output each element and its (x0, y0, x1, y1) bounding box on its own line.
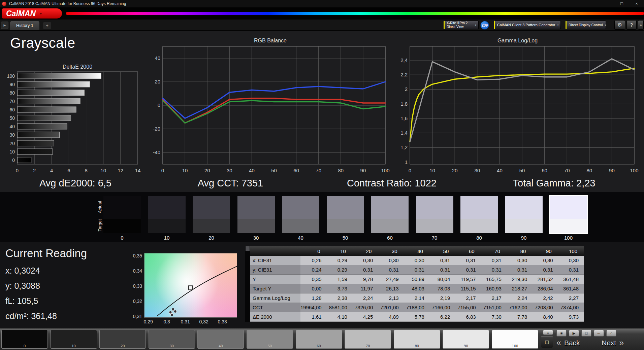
maximize-button[interactable]: □ (614, 0, 629, 7)
pattern-patch-60[interactable]: 60 (296, 330, 342, 349)
table-cell: 361,48 (558, 275, 584, 284)
cie-chart-overlay (144, 253, 237, 317)
table-cell: 7151,00 (481, 303, 507, 312)
cie-x-tick: 0,32 (197, 319, 211, 324)
pattern-bar: 0102030405060708090100 ▲ □ ■▶□∞○ « Back … (0, 328, 644, 350)
close-button[interactable]: × (629, 0, 644, 7)
swatch-actual-color (550, 196, 587, 219)
measured-point-marker (169, 311, 172, 314)
add-tab-button[interactable]: + (43, 22, 51, 29)
svg-text:2: 2 (405, 86, 408, 92)
pattern-generator-dropdown[interactable]: CalMAN Client 3 Pattern Generator ▾ (494, 21, 561, 29)
pattern-patch-70[interactable]: 70 (345, 330, 391, 349)
pattern-patch-40[interactable]: 40 (197, 330, 244, 349)
svg-text:50: 50 (9, 115, 15, 121)
pattern-window-button[interactable]: □ (541, 336, 553, 348)
cie-chart-panel: 0,350,340,330,320,310,290,30,310,320,33 (127, 249, 238, 328)
table-column-header: 100 (558, 246, 584, 256)
table-cell: 7326,00 (353, 303, 378, 312)
svg-text:30: 30 (474, 168, 480, 172)
pattern-patch-100[interactable]: 100 (492, 330, 538, 349)
pattern-patch-90[interactable]: 90 (443, 330, 489, 349)
meter-status-badge[interactable]: 239 (480, 21, 489, 30)
table-cell: 9,78 (353, 275, 378, 284)
deltae-bar-60 (18, 107, 76, 112)
table-cell: 2,27 (558, 293, 584, 303)
tab-scroll-button[interactable]: ▶ (1, 22, 8, 29)
table-cell: 80,04 (430, 275, 455, 284)
tab-history-1[interactable]: History 1 (10, 21, 39, 30)
pattern-window-icon[interactable]: □ (581, 330, 591, 337)
svg-text:-40: -40 (153, 149, 160, 155)
swatch-band (0, 192, 644, 242)
gray-swatch-80 (460, 196, 498, 233)
svg-text:40: 40 (249, 168, 255, 172)
table-scroll-thumb[interactable] (246, 246, 250, 251)
chevron-down-icon: ▾ (473, 24, 476, 27)
pattern-patch-80[interactable]: 80 (394, 330, 440, 349)
svg-text:90: 90 (360, 168, 366, 172)
help-button[interactable]: ? (626, 20, 637, 30)
table-cell: 0,31 (455, 265, 481, 275)
double-chevron-icon: » (640, 23, 642, 27)
meter-dropdown[interactable]: X-Rite i1Pro 2 Direct View ▾ (444, 21, 479, 29)
pattern-patch-50[interactable]: 50 (247, 330, 293, 349)
swatch-target-color (193, 219, 230, 233)
display-control-dropdown[interactable]: Direct Display Control ▾ (566, 21, 606, 29)
svg-text:1,8: 1,8 (400, 101, 408, 107)
settings-button[interactable]: ⚙ (614, 20, 625, 30)
pattern-patch-20[interactable]: 20 (99, 330, 146, 349)
transport-controls: ■▶□∞○ (556, 330, 616, 337)
svg-text:90: 90 (609, 168, 615, 172)
total-gamma-summary: Total Gamma: 2,23 (487, 178, 621, 190)
swatch-target-color (460, 219, 498, 233)
svg-text:50: 50 (519, 168, 525, 172)
collapse-bar-button[interactable]: ▲ (543, 330, 553, 335)
svg-text:70: 70 (316, 168, 321, 172)
next-button[interactable]: Next » (602, 338, 624, 348)
pattern-patch-10[interactable]: 10 (51, 330, 97, 349)
window-titlebar: CalMAN 2018 CalMAN Ultimate for Business… (0, 0, 644, 7)
stop-icon[interactable]: ■ (556, 330, 567, 337)
next-label: Next (602, 339, 616, 347)
table-cell: 78,03 (430, 284, 455, 293)
swatch-target-color (103, 219, 141, 233)
table-cell: 2,14 (404, 293, 430, 303)
deltae-bar-90 (18, 81, 90, 87)
table-cell: 0,30 (404, 256, 430, 265)
deltae-bar-70 (18, 98, 80, 104)
record-icon[interactable]: ○ (606, 330, 616, 337)
swatch-target-color (282, 219, 319, 233)
svg-text:2,4: 2,4 (400, 57, 408, 63)
minimize-button[interactable]: – (600, 0, 614, 7)
table-cell: 4,25 (353, 312, 378, 322)
svg-text:1,6: 1,6 (400, 115, 408, 121)
table-cell: 50,89 (404, 275, 430, 284)
play-icon[interactable]: ▶ (569, 330, 579, 337)
calman-logo-menu[interactable]: CalMAN ▼ (2, 8, 62, 19)
svg-text:8: 8 (85, 168, 87, 173)
back-button[interactable]: « Back (556, 338, 580, 348)
pattern-patch-30[interactable]: 30 (149, 330, 195, 349)
loop-icon[interactable]: ∞ (594, 330, 604, 337)
svg-text:0: 0 (158, 102, 160, 108)
deltae-bar-30 (18, 132, 60, 138)
svg-text:1: 1 (405, 159, 408, 165)
toolbar-expand-button[interactable]: » (638, 20, 644, 30)
table-cell: 361,48 (558, 284, 584, 293)
table-scrollbar[interactable] (245, 246, 250, 322)
target-white-point-marker (189, 286, 193, 290)
pattern-patch-0[interactable]: 0 (1, 330, 48, 349)
table-cell: 0,30 (507, 256, 533, 265)
table-corner-cell (250, 246, 300, 256)
svg-text:80: 80 (9, 90, 15, 96)
daylight-locus-line (157, 266, 237, 316)
main-content: Grayscale DeltaE 2000 024681012141009080… (0, 30, 644, 328)
chevron-down-icon: ▾ (603, 24, 606, 27)
svg-text:60: 60 (9, 107, 15, 112)
cie-y-tick: 0,31 (127, 314, 142, 319)
deltae-bar-80 (18, 90, 85, 96)
logo-row: CalMAN ▼ (0, 7, 644, 20)
reading-cdm2: cd/m²: 361,48 (5, 311, 57, 321)
table-column-header: 20 (353, 246, 378, 256)
